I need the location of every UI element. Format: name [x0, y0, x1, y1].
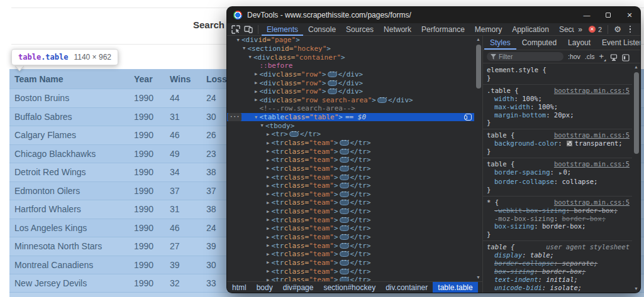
sidebar-tab-event-listeners[interactable]: Event Listeners: [596, 36, 640, 50]
dom-node[interactable]: ▶<tr class="team"></tr>: [227, 259, 474, 267]
inline-expand-button[interactable]: [289, 131, 299, 137]
css-property[interactable]: max-width: 100%;: [487, 103, 630, 111]
dom-node[interactable]: ▶<tr class="team"></tr>: [227, 224, 474, 233]
dom-node[interactable]: ▶<div class="row search-area"></div>: [227, 95, 474, 104]
sidebar-tab-styles[interactable]: Styles: [484, 36, 516, 50]
element-states-button[interactable]: :hov: [568, 53, 580, 60]
dom-node[interactable]: ▼<section id="hockey">: [227, 45, 474, 53]
dom-node-selected[interactable]: ···▼<table class="table">== $0: [227, 113, 474, 122]
dom-node[interactable]: ▼<div class="container">: [227, 53, 474, 62]
expand-arrow-icon[interactable]: ▶: [253, 80, 260, 85]
node-more-actions-button[interactable]: ···: [228, 113, 242, 122]
device-toolbar-icon[interactable]: [242, 24, 255, 35]
expand-arrow-icon[interactable]: ▶: [265, 183, 272, 188]
more-panels-button[interactable]: »: [574, 25, 586, 34]
dom-node[interactable]: ▶<tr class="team"></tr>: [227, 139, 474, 148]
expand-arrow-icon[interactable]: ▶: [253, 72, 260, 77]
tab-console[interactable]: Console: [303, 23, 341, 36]
expand-arrow-icon[interactable]: ▶: [253, 89, 260, 94]
dom-node[interactable]: ▶<tr class="team"></tr>: [227, 165, 474, 173]
maximize-button[interactable]: [597, 7, 619, 23]
dom-node[interactable]: ▶<div class="row"></div>: [227, 70, 474, 79]
dom-node[interactable]: ▶<tr class="team"></tr>: [227, 250, 474, 259]
inline-expand-button[interactable]: [328, 89, 337, 94]
color-swatch[interactable]: [567, 141, 572, 146]
breadcrumb-section-hockey[interactable]: section#hockey: [318, 282, 380, 293]
dom-node[interactable]: ▶<tr class="team"></tr>: [227, 147, 474, 156]
inline-expand-button[interactable]: [340, 269, 349, 274]
inline-expand-button[interactable]: [340, 140, 349, 146]
expand-arrow-icon[interactable]: ▶: [265, 158, 272, 163]
dom-node[interactable]: ▶<tr class="team"></tr>: [227, 156, 474, 165]
css-property[interactable]: -webkit-box-sizing: border-box;: [487, 207, 630, 215]
styles-filter-input[interactable]: Filter: [487, 52, 564, 61]
expand-arrow-icon[interactable]: ▶: [265, 217, 272, 222]
css-property[interactable]: border-spacing: ▶0;: [487, 168, 630, 178]
breadcrumb-div-page[interactable]: div#page: [278, 282, 319, 293]
expand-arrow-icon[interactable]: ▶: [265, 269, 272, 274]
expand-arrow-icon[interactable]: ▶: [265, 260, 272, 265]
stylesheet-link[interactable]: bootstrap.min.css:5: [554, 198, 630, 207]
expand-arrow-icon[interactable]: ▼: [247, 55, 253, 60]
breadcrumb-body[interactable]: body: [252, 282, 278, 293]
dom-node[interactable]: ▶<tr></tr>: [227, 130, 474, 139]
css-selector[interactable]: .table {: [487, 87, 519, 95]
dom-node[interactable]: ▼<tbody>: [227, 121, 474, 130]
dom-node[interactable]: ▶<tr class="team"></tr>: [227, 215, 474, 224]
dom-node[interactable]: ▶<tr class="team"></tr>: [227, 241, 474, 250]
inline-expand-button[interactable]: [340, 166, 349, 171]
scroll-down-icon[interactable]: ▼: [476, 274, 480, 281]
css-property[interactable]: unicode-bidi: isolate;: [487, 284, 630, 292]
scroll-up-icon[interactable]: ▲: [476, 36, 480, 43]
scroll-into-view-icon[interactable]: [465, 114, 472, 121]
dom-node[interactable]: ▶<tr class="team"></tr>: [227, 173, 474, 181]
dom-node[interactable]: <!--.row.search-area-->: [227, 104, 474, 113]
tab-security[interactable]: Security: [554, 23, 574, 36]
css-property[interactable]: box-sizing: border-box;: [487, 222, 630, 230]
inline-expand-button[interactable]: [340, 192, 349, 197]
expand-arrow-icon[interactable]: ▶: [265, 235, 272, 240]
expand-arrow-icon[interactable]: ▼: [235, 38, 242, 43]
inline-expand-button[interactable]: [340, 217, 349, 223]
stylesheet-link[interactable]: bootstrap.min.css:5: [554, 131, 630, 139]
breadcrumb-div-container[interactable]: div.container: [380, 282, 433, 293]
expand-arrow-icon[interactable]: ▶: [265, 200, 272, 205]
sidebar-tab-layout[interactable]: Layout: [562, 36, 596, 50]
devtools-titlebar[interactable]: DevTools - www.scrapethissite.com/pages/…: [227, 7, 640, 23]
expand-arrow-icon[interactable]: ▶: [265, 141, 272, 146]
css-property[interactable]: width: 100%;: [487, 95, 630, 103]
css-selector[interactable]: table {: [487, 131, 514, 139]
expand-arrow-icon[interactable]: ▶: [265, 226, 272, 231]
inline-expand-button[interactable]: [340, 175, 349, 180]
console-errors-badge[interactable]: ✕ 2: [589, 26, 602, 33]
settings-gear-icon[interactable]: ⚙: [611, 24, 624, 35]
close-button[interactable]: ✕: [619, 7, 640, 23]
scroll-up-icon[interactable]: ▲: [634, 63, 638, 71]
tab-sources[interactable]: Sources: [341, 23, 379, 36]
expand-arrow-icon[interactable]: ▼: [258, 123, 265, 128]
dom-node[interactable]: ▶<tr class="team"></tr>: [227, 181, 474, 190]
css-property[interactable]: background-color: transparent;: [487, 139, 630, 148]
css-property[interactable]: border-collapse: collapse;: [487, 178, 630, 186]
sidebar-tab-computed[interactable]: Computed: [516, 36, 562, 50]
dom-node[interactable]: ▶<tr class="team"></tr>: [227, 233, 474, 242]
inline-expand-button[interactable]: [328, 80, 337, 86]
inline-expand-button[interactable]: [377, 97, 387, 103]
scrollbar-thumb[interactable]: [634, 72, 639, 154]
css-property[interactable]: margin-bottom: 20px;: [487, 111, 630, 119]
expand-arrow-icon[interactable]: ▶: [265, 192, 272, 197]
elements-scrollbar[interactable]: ▲ ▼: [474, 36, 482, 281]
rendering-emulations-icon[interactable]: [610, 53, 618, 60]
inline-expand-button[interactable]: [340, 200, 349, 205]
dom-node[interactable]: ▶<div class="row"></div>: [227, 78, 474, 87]
stylesheet-link[interactable]: bootstrap.min.css:5: [554, 87, 630, 95]
css-selector[interactable]: * {: [487, 198, 499, 207]
css-property[interactable]: border-collapse: separate;: [487, 259, 630, 267]
more-menu-icon[interactable]: [624, 24, 636, 35]
inline-expand-button[interactable]: [340, 243, 349, 249]
css-selector[interactable]: element.style {: [487, 66, 547, 74]
minimize-button[interactable]: —: [576, 7, 597, 23]
tab-memory[interactable]: Memory: [470, 23, 507, 36]
tab-performance[interactable]: Performance: [416, 23, 470, 36]
styles-scrollbar[interactable]: ▲ ▼: [632, 63, 640, 293]
